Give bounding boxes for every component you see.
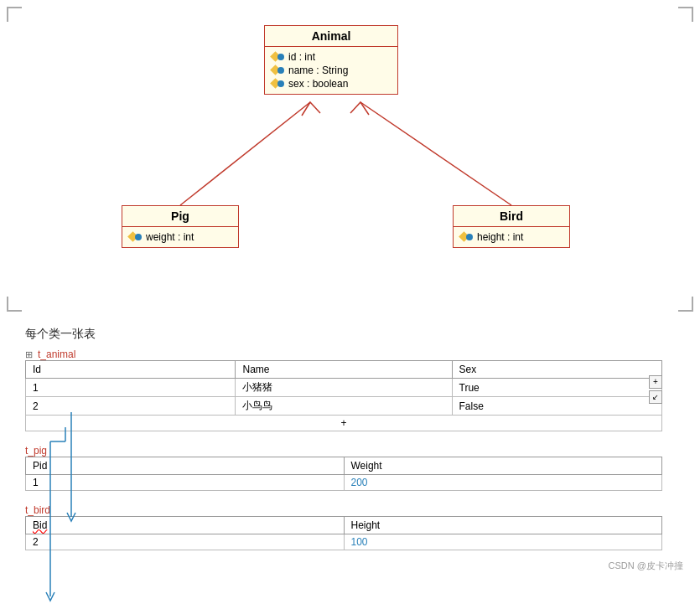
cell-id-1: 1 (26, 379, 236, 397)
t-animal-container: ⊞ t_animal Id Name Sex 1 小猪猪 True (25, 348, 675, 431)
bird-field-height: height : int (460, 230, 563, 244)
col-weight: Weight (344, 457, 662, 475)
bird-class: Bird height : int (453, 205, 570, 248)
t-bird-header-row: Bid Height (26, 517, 662, 534)
cell-height-1: 100 (344, 534, 662, 550)
pig-class-body: weight : int (122, 227, 238, 247)
table-row: 1 200 (26, 475, 662, 491)
pig-field-weight: weight : int (129, 230, 231, 244)
bird-class-body: height : int (454, 227, 569, 247)
table-actions: + ↙ (649, 375, 662, 404)
corner-tr (678, 7, 693, 22)
cell-weight-1: 200 (344, 475, 662, 491)
t-pig-header-row: Pid Weight (26, 457, 662, 475)
corner-br (678, 297, 693, 312)
t-bird-name: t_bird (25, 504, 50, 516)
corner-bl (7, 297, 22, 312)
animal-class-body: id : int name : String sex : boolean (265, 47, 397, 94)
col-id: Id (26, 361, 236, 379)
t-animal-header-row: Id Name Sex (26, 361, 662, 379)
t-animal-table: Id Name Sex 1 小猪猪 True 2 小鸟鸟 False (25, 360, 662, 416)
key-icon (129, 231, 143, 243)
animal-class-title: Animal (265, 26, 397, 47)
uml-diagram: Animal id : int name : String sex : bool… (0, 0, 700, 318)
col-height: Height (344, 517, 662, 534)
t-bird-title-bar: t_bird (25, 504, 675, 516)
t-pig-container: t_pig Pid Weight 1 200 (25, 445, 675, 491)
add-col-button[interactable]: + (649, 375, 662, 389)
pig-class: Pig weight : int (122, 205, 239, 248)
animal-class: Animal id : int name : String sex : bool… (264, 25, 398, 95)
col-bid: Bid (26, 517, 345, 534)
svg-line-1 (360, 102, 511, 205)
corner-tl (7, 7, 22, 22)
watermark: CSDN @皮卡冲撞 (609, 560, 683, 572)
table-row: 1 小猪猪 True (26, 379, 662, 397)
section-label: 每个类一张表 (25, 327, 675, 342)
t-bird-container: t_bird Bid Height 2 100 (25, 504, 675, 550)
cell-name-1: 小猪猪 (236, 379, 452, 397)
t-animal-name: t_animal (38, 348, 75, 360)
key-icon (272, 78, 285, 90)
cell-name-2: 小鸟鸟 (236, 397, 452, 416)
svg-line-0 (180, 102, 310, 205)
cell-id-2: 2 (26, 397, 236, 416)
animal-field-name: name : String (272, 64, 391, 77)
table-row: 2 100 (26, 534, 662, 550)
table-row: 2 小鸟鸟 False (26, 397, 662, 416)
cell-sex-2: False (452, 397, 661, 416)
cell-pid-1: 1 (26, 475, 345, 491)
col-pid: Pid (26, 457, 345, 475)
animal-field-sex: sex : boolean (272, 77, 391, 90)
col-sex: Sex (452, 361, 661, 379)
key-icon (460, 231, 474, 243)
resize-button[interactable]: ↙ (649, 390, 662, 404)
animal-field-id: id : int (272, 50, 391, 64)
col-name: Name (236, 361, 452, 379)
t-pig-title-bar: t_pig (25, 445, 675, 457)
t-animal-title-bar: ⊞ t_animal (25, 348, 675, 360)
key-icon (272, 51, 285, 63)
add-row-button[interactable]: + (25, 416, 662, 431)
key-icon (272, 65, 285, 76)
t-pig-table: Pid Weight 1 200 (25, 457, 662, 491)
tables-section: 每个类一张表 ⊞ t_animal Id Name Sex 1 小猪猪 (0, 318, 700, 581)
cell-bid-1: 2 (26, 534, 345, 550)
bird-class-title: Bird (454, 206, 569, 227)
t-bird-table: Bid Height 2 100 (25, 516, 662, 550)
cell-sex-1: True (452, 379, 661, 397)
pig-class-title: Pig (122, 206, 238, 227)
expand-icon[interactable]: ⊞ (25, 349, 33, 360)
t-pig-name: t_pig (25, 445, 47, 457)
